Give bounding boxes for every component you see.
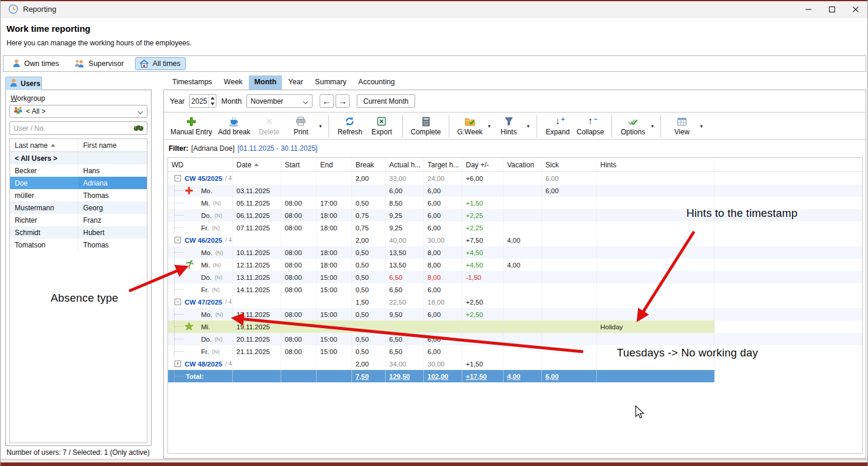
filter-user: [Adriana Doe] — [191, 144, 234, 153]
week-group-row[interactable]: −CW 46/2025/ 42,0040,0030,00+7,504,00 — [168, 234, 862, 246]
day-row[interactable]: Mi.(N)12.11.202508:0018:000,5013,508,00+… — [168, 259, 862, 271]
year-spinner[interactable]: 2025 — [189, 94, 216, 108]
user-column-header[interactable]: Last name — [10, 139, 78, 151]
cell-hints — [597, 296, 715, 308]
total-row[interactable]: Total:7,50129,50102,00+17,504,006,00 — [168, 370, 862, 382]
user-row[interactable]: müllerThomas — [10, 189, 147, 201]
cell-day: +2,50 — [462, 308, 504, 320]
maximize-button[interactable] — [820, 1, 844, 17]
day-row[interactable]: Fr.(N)07.11.202508:0018:000,759,256,00+2… — [168, 222, 862, 234]
user-column-header[interactable]: First name — [78, 139, 147, 151]
tab-week[interactable]: Week — [219, 75, 248, 90]
grid-column-header[interactable]: Date — [233, 158, 281, 171]
grid-column-header[interactable]: WD — [168, 158, 233, 171]
grid-column-header[interactable]: Vacation — [504, 158, 542, 171]
expand-group-icon[interactable]: + — [175, 361, 181, 367]
grid-column-header[interactable]: Target h... — [424, 158, 462, 171]
grid-column-header[interactable]: Sick — [542, 158, 597, 171]
collapse-button[interactable]: ↑−Collapse — [574, 114, 607, 138]
cell-start: 08:00 — [281, 259, 317, 271]
user-row[interactable]: SchmidtHubert — [10, 226, 147, 239]
collapse-group-icon[interactable]: − — [175, 299, 181, 305]
dropdown-caret-icon[interactable]: ▾ — [698, 114, 705, 138]
minimize-button[interactable] — [797, 1, 820, 17]
mode-button-supervisor[interactable]: Supervisor — [70, 57, 129, 70]
user-search-input[interactable] — [10, 124, 133, 133]
user-row-all-users[interactable]: < All Users > — [10, 152, 147, 164]
workgroup-dropdown[interactable]: < All > — [9, 105, 147, 118]
cell-date — [233, 234, 281, 246]
cell-start — [281, 358, 317, 370]
tab-month[interactable]: Month — [249, 75, 281, 90]
next-month-button[interactable]: → — [336, 94, 350, 108]
tab-timestamps[interactable]: Timestamps — [167, 75, 218, 90]
collapse-icon: ↑− — [588, 117, 593, 125]
cell-hints — [597, 259, 715, 271]
hints-button[interactable]: Hints — [493, 114, 525, 138]
current-month-button[interactable]: Current Month — [357, 94, 415, 108]
refresh-button[interactable]: Refresh — [334, 114, 366, 138]
week-group-row[interactable]: −CW 47/2025/ 41,5022,5018,00+2,50 — [168, 296, 862, 308]
options-button[interactable]: Options — [617, 114, 649, 138]
month-dropdown[interactable]: November — [246, 94, 313, 108]
mode-button-all-times[interactable]: All times — [135, 57, 186, 70]
tab-year[interactable]: Year — [283, 75, 308, 90]
expand-button[interactable]: ↓+Expand — [542, 114, 574, 138]
dropdown-caret-icon[interactable]: ▾ — [317, 114, 324, 138]
day-row[interactable]: Fr.(N)14.11.202508:0015:000,506,506,00 — [168, 283, 862, 296]
week-group-row[interactable]: +CW 48/2025/ 42,0034,0030,00+1,50 — [168, 358, 862, 370]
tab-summary[interactable]: Summary — [310, 75, 351, 90]
grid-column-header[interactable]: Day +/- — [462, 158, 504, 171]
grid-column-header[interactable]: Break — [352, 158, 386, 171]
binoculars-icon[interactable] — [133, 123, 144, 134]
export-button[interactable]: Export — [366, 114, 397, 138]
dropdown-caret-icon[interactable]: ▾ — [525, 114, 532, 138]
cell-day — [462, 320, 504, 333]
user-row[interactable]: RichterFranz — [10, 214, 147, 226]
user-row[interactable]: DoeAdriana — [10, 177, 147, 189]
tab-users[interactable]: Users — [5, 77, 42, 90]
previous-month-button[interactable]: ← — [320, 94, 334, 108]
day-row[interactable]: Mo.03.11.20256,006,006,00 — [168, 184, 862, 197]
funnel-icon — [504, 117, 514, 126]
grid-column-header[interactable]: Start — [281, 158, 317, 171]
close-button[interactable] — [844, 1, 867, 17]
add-break-button[interactable]: Add break — [215, 114, 254, 138]
dropdown-caret-icon[interactable]: ▾ — [486, 114, 493, 138]
manual-entry-button[interactable]: Manual Entry — [167, 114, 215, 138]
grid-column-header[interactable]: Actual h... — [386, 158, 424, 171]
user-row[interactable]: TomatsonThomas — [10, 239, 147, 251]
user-row[interactable]: BeckerHans — [10, 164, 147, 177]
sick-cross-icon — [185, 186, 193, 195]
cell-target: 6,00 — [424, 184, 462, 197]
day-row[interactable]: Do.(N)13.11.202508:0015:000,506,508,00-1… — [168, 271, 862, 283]
month-value: November — [251, 97, 283, 105]
week-group-row[interactable]: −CW 45/2025/ 42,0033,0024,00+6,006,00 — [168, 172, 862, 184]
tab-accounting[interactable]: Accounting — [353, 75, 400, 90]
grid-column-header[interactable]: End — [317, 158, 352, 171]
grid-column-header[interactable]: Hints — [597, 158, 715, 171]
cell-day: +1,50 — [462, 197, 504, 209]
collapse-group-icon[interactable]: − — [175, 175, 181, 181]
day-row[interactable]: Mo.(N)17.11.202508:0015:000,509,506,00+2… — [168, 308, 862, 320]
g-week-button[interactable]: G:Week — [454, 114, 486, 138]
user-row[interactable]: MustermannGeorg — [10, 201, 147, 214]
cell-sick — [542, 246, 597, 259]
complete-button[interactable]: Complete — [407, 114, 443, 138]
spinner-arrows-icon[interactable] — [208, 95, 216, 107]
toolbar-button-label: G:Week — [457, 128, 482, 136]
printer-icon — [295, 117, 306, 126]
view-button[interactable]: View — [666, 114, 698, 138]
day-row[interactable]: Mi.19.11.2025Holiday — [168, 320, 862, 333]
workgroup-value: < All > — [26, 107, 45, 115]
cell-actual: 9,25 — [386, 209, 424, 222]
mode-button-own-times[interactable]: Own times — [8, 57, 64, 70]
dropdown-caret-icon[interactable]: ▾ — [649, 114, 656, 138]
day-row[interactable]: Mo.(N)10.11.202508:0018:000,5013,508,00+… — [168, 246, 862, 259]
day-row[interactable]: Do.(N)20.11.202508:0015:000,506,506,00 — [168, 333, 862, 345]
collapse-group-icon[interactable]: − — [175, 237, 181, 243]
print-button[interactable]: Print — [285, 114, 317, 138]
toolbar-separator — [660, 115, 661, 137]
toolbar-separator — [328, 115, 329, 137]
cell-day: +2,50 — [462, 296, 504, 308]
